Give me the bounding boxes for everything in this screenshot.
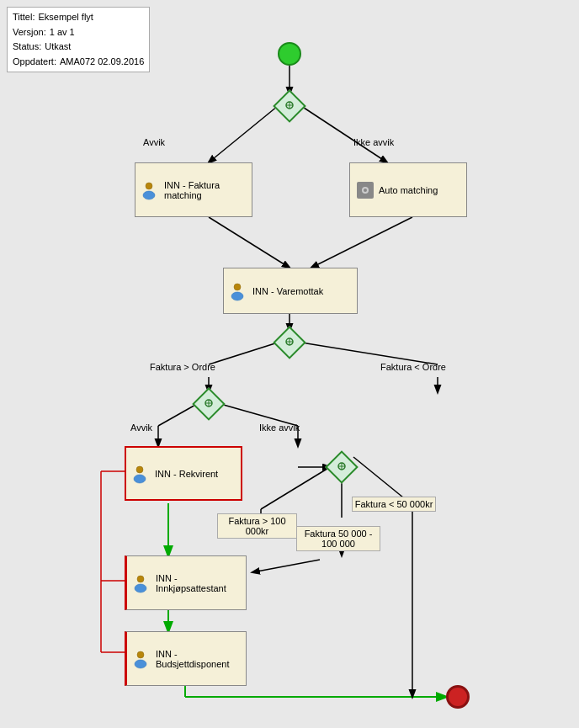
svg-line-4 <box>311 217 412 268</box>
task-varemottak-label: INN - Varemottak <box>252 286 323 296</box>
diamond-4-icon <box>337 461 347 473</box>
svg-point-33 <box>146 183 152 189</box>
svg-point-47 <box>134 475 146 483</box>
label-avvik2: Avvik <box>130 422 152 433</box>
task-auto-matching[interactable]: Auto matching <box>349 162 467 217</box>
svg-point-51 <box>137 576 144 582</box>
svg-point-34 <box>143 191 155 199</box>
diamond-4 <box>325 450 359 484</box>
svg-point-53 <box>137 651 144 658</box>
label-faktura-lt-50: Faktura < 50 000kr <box>352 497 436 512</box>
svg-line-29 <box>252 560 320 572</box>
svg-line-27 <box>261 467 330 509</box>
main-container: Tittel: Eksempel flyt Versjon: 1 av 1 St… <box>0 0 579 728</box>
version-value: 1 av 1 <box>50 25 75 40</box>
label-faktura-gt-ordre: Faktura > Ordre <box>150 362 215 372</box>
end-circle <box>446 685 470 709</box>
svg-point-46 <box>136 466 143 473</box>
task-budsj-label: INN - Budsjettdisponent <box>156 649 241 669</box>
label-faktura-50-100: Faktura 50 000 - 100 000 <box>296 526 380 551</box>
svg-line-3 <box>209 217 290 268</box>
updated-value: AMA072 02.09.2016 <box>60 55 144 70</box>
svg-line-2 <box>301 106 387 162</box>
updated-label: Oppdatert: <box>13 55 56 70</box>
svg-line-10 <box>158 404 197 426</box>
task-rekvirent-label: INN - Rekvirent <box>155 469 218 479</box>
label-faktura-gt-100: Faktura > 100 000kr <box>217 513 297 539</box>
status-value: Utkast <box>45 40 71 55</box>
task-rekvirent[interactable]: INN - Rekvirent <box>125 446 242 501</box>
info-panel: Tittel: Eksempel flyt Versjon: 1 av 1 St… <box>7 7 150 72</box>
label-faktura-lt-ordre: Faktura < Ordre <box>380 362 446 372</box>
diamond-2-icon <box>284 337 295 348</box>
start-circle <box>278 42 301 66</box>
diamond-1 <box>273 89 306 123</box>
svg-point-38 <box>234 284 241 290</box>
user-icon-rekvirent <box>131 464 151 484</box>
user-icon-varemottak <box>229 281 249 301</box>
version-label: Versjon: <box>13 25 46 40</box>
svg-point-39 <box>231 292 243 300</box>
diamond-3 <box>192 387 226 421</box>
label-ikke-avvik1: Ikke avvik <box>353 137 394 147</box>
diamond-1-icon <box>284 100 295 112</box>
status-label: Status: <box>13 40 41 55</box>
task-faktura-matching[interactable]: INN - Faktura matching <box>135 162 252 217</box>
gear-icon-auto <box>355 180 375 200</box>
label-avvik1: Avvik <box>143 137 165 147</box>
task-auto-label: Auto matching <box>379 185 438 195</box>
svg-point-54 <box>135 660 146 668</box>
svg-point-37 <box>364 189 367 192</box>
label-ikke-avvik2: Ikke avvik <box>259 422 300 433</box>
svg-line-6 <box>209 343 278 364</box>
task-innkjops-label: INN - Innkjøpsattestant <box>156 573 241 593</box>
task-budsjettdisponent[interactable]: INN - Budsjettdisponent <box>125 631 247 686</box>
title-label: Tittel: <box>13 10 35 25</box>
task-innkjopsattestant[interactable]: INN - Innkjøpsattestant <box>125 555 247 610</box>
title-value: Eksempel flyt <box>39 10 93 25</box>
task-faktura-label: INN - Faktura matching <box>164 180 247 200</box>
svg-line-1 <box>209 106 278 162</box>
user-icon-faktura <box>141 180 161 200</box>
diamond-3-icon <box>204 398 214 410</box>
diamond-2 <box>273 326 306 359</box>
user-icon-innkjops <box>132 573 152 593</box>
svg-point-52 <box>135 584 146 592</box>
user-icon-budsj <box>132 649 152 669</box>
task-varemottak[interactable]: INN - Varemottak <box>223 268 358 314</box>
